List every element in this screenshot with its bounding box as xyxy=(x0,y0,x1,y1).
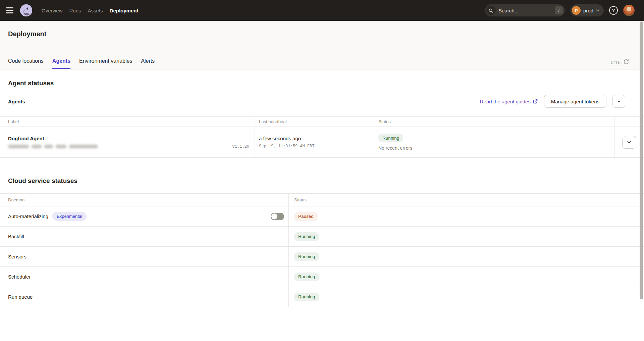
navbar-right-cluster: / P prod ? xyxy=(485,4,635,16)
auto-materializing-toggle[interactable] xyxy=(271,213,284,220)
agent-id-redacted xyxy=(8,145,98,148)
page-header: Deployment Code locations Agents Environ… xyxy=(0,21,644,69)
page-title: Deployment xyxy=(8,30,644,38)
agent-heartbeat-relative: a few seconds ago xyxy=(259,136,374,141)
agent-guides-link[interactable]: Read the agent guides xyxy=(480,99,538,104)
agent-tokens-menu-button[interactable] xyxy=(612,95,625,108)
tab-agents[interactable]: Agents xyxy=(52,58,70,69)
tab-code-locations[interactable]: Code locations xyxy=(8,58,44,69)
agents-col-heartbeat: Last heartbeat xyxy=(255,117,374,127)
tab-bar: Code locations Agents Environment variab… xyxy=(0,58,644,69)
daemon-row-sensors: Sensors Running xyxy=(0,247,644,267)
experimental-badge: Experimental xyxy=(52,212,87,221)
tab-alerts[interactable]: Alerts xyxy=(141,58,155,69)
top-navbar: Overview Runs Assets Deployment / P prod… xyxy=(0,0,644,21)
search-shortcut-key: / xyxy=(555,6,563,14)
dagster-logo-icon[interactable] xyxy=(20,4,32,16)
chevron-down-icon xyxy=(627,141,631,144)
chevron-down-icon xyxy=(596,9,600,12)
tab-environment-variables[interactable]: Environment variables xyxy=(79,58,132,69)
user-avatar[interactable] xyxy=(623,5,635,16)
deployment-name: prod xyxy=(583,8,593,13)
agent-status-note: No recent errors xyxy=(378,145,614,151)
hamburger-menu-icon[interactable] xyxy=(6,7,14,13)
scrollbar-thumb[interactable] xyxy=(640,21,643,299)
agent-version: v1.1.20 xyxy=(232,144,249,149)
external-link-icon xyxy=(533,99,538,104)
daemon-row-run-queue: Run queue Running xyxy=(0,287,644,307)
manage-agent-tokens-button[interactable]: Manage agent tokens xyxy=(544,95,606,108)
agent-guides-link-label: Read the agent guides xyxy=(480,99,531,104)
cloud-service-statuses-heading: Cloud service statuses xyxy=(8,177,644,185)
refresh-icon[interactable] xyxy=(623,59,629,65)
agent-name: Dogfood Agent xyxy=(8,136,255,141)
daemon-col-daemon: Daemon xyxy=(0,194,289,206)
agents-table: Label Last heartbeat Status Dogfood Agen… xyxy=(0,116,644,158)
daemon-status-badge: Running xyxy=(294,293,319,301)
daemon-status-badge: Running xyxy=(294,273,319,281)
daemon-name: Scheduler xyxy=(8,274,31,280)
search-icon xyxy=(486,6,496,15)
daemon-col-status: Status xyxy=(289,194,644,206)
agent-statuses-heading: Agent statuses xyxy=(8,80,644,87)
daemon-status-badge: Running xyxy=(294,232,319,241)
agents-col-status: Status xyxy=(374,117,614,127)
app-window: Overview Runs Assets Deployment / P prod… xyxy=(0,0,644,341)
caret-down-icon xyxy=(617,101,621,102)
agents-col-label: Label xyxy=(0,117,255,127)
agent-row-expand-button[interactable] xyxy=(622,136,636,149)
primary-nav: Overview Runs Assets Deployment xyxy=(42,8,138,13)
nav-link-assets[interactable]: Assets xyxy=(88,8,103,13)
nav-link-deployment[interactable]: Deployment xyxy=(110,8,139,13)
daemon-status-badge: Paused xyxy=(294,212,318,221)
daemon-table: Daemon Status Auto-materializing Experim… xyxy=(0,193,644,307)
agent-heartbeat-timestamp: Sep 19, 11:31:59 AM EDT xyxy=(259,144,374,149)
agent-status-badge: Running xyxy=(378,134,403,142)
search-box[interactable]: / xyxy=(485,4,565,16)
daemon-status-badge: Running xyxy=(294,252,319,261)
nav-link-overview[interactable]: Overview xyxy=(42,8,63,13)
daemon-name: Run queue xyxy=(8,294,33,300)
search-input[interactable] xyxy=(498,8,555,13)
help-icon[interactable]: ? xyxy=(609,6,618,15)
daemon-name: Backfill xyxy=(8,234,24,239)
daemon-name: Auto-materializing xyxy=(8,213,48,219)
agents-controls-row: Agents Read the agent guides Manage agen… xyxy=(8,95,625,108)
daemon-row-scheduler: Scheduler Running xyxy=(0,267,644,287)
daemon-row-backfill: Backfill Running xyxy=(0,227,644,247)
refresh-countdown: 0:16 xyxy=(611,59,621,65)
agent-row: Dogfood Agent v1.1.20 a few seconds ago … xyxy=(0,127,644,158)
deployment-switcher[interactable]: P prod xyxy=(570,4,604,16)
scrollbar-track xyxy=(639,21,644,341)
deployment-initial-badge: P xyxy=(572,6,581,15)
agents-subheading: Agents xyxy=(8,99,25,104)
daemon-name: Sensors xyxy=(8,254,26,259)
daemon-row-auto-materializing: Auto-materializing Experimental Paused xyxy=(0,206,644,227)
nav-link-runs[interactable]: Runs xyxy=(69,8,81,13)
